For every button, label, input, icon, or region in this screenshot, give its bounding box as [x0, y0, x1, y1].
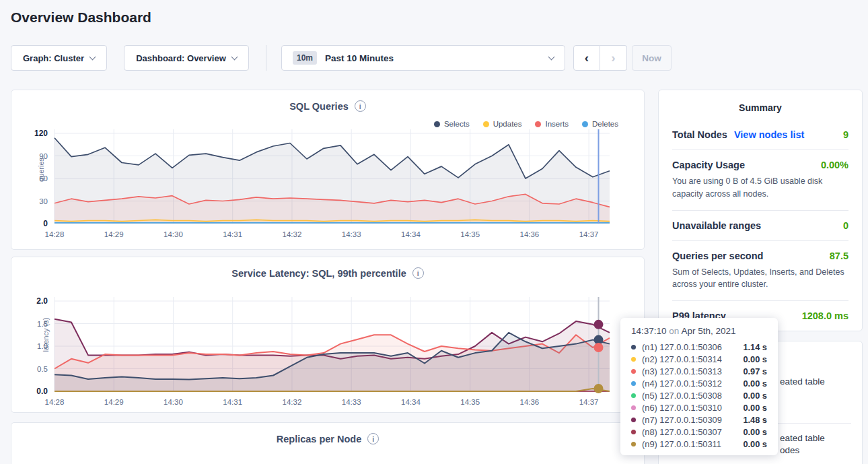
service-latency-chart[interactable]: 0.00.51.01.52.014:2814:2914:3014:3114:32… [11, 295, 645, 415]
time-range-label: Past 10 Minutes [325, 53, 541, 63]
legend-label: Inserts [545, 120, 569, 128]
svg-text:0.0: 0.0 [36, 387, 48, 396]
tooltip-row: (n6) 127.0.0.1:503100.00 s [631, 401, 767, 413]
svg-text:14:28: 14:28 [45, 230, 65, 238]
svg-text:0.5: 0.5 [37, 365, 48, 373]
view-nodes-list-link[interactable]: View nodes list [734, 129, 805, 140]
node-color-dot-icon [631, 357, 636, 362]
legend-label: Selects [444, 120, 470, 128]
tooltip-node-address: (n6) 127.0.0.1:50310 [642, 403, 722, 413]
svg-text:1.5: 1.5 [37, 320, 48, 328]
svg-text:14:32: 14:32 [283, 230, 302, 238]
overview-dashboard-page: Overview Dashboard Graph: Cluster Dashbo… [0, 0, 868, 464]
p99-latency-value: 1208.0 ms [802, 310, 848, 321]
svg-text:14:30: 14:30 [164, 230, 183, 238]
tooltip-row: (n4) 127.0.0.1:503120.00 s [631, 377, 767, 389]
summary-panel: Summary Total Nodes View nodes list 9 Ca… [658, 90, 863, 331]
capacity-usage-desc: You are using 0 B of 4.5 GiB usable disk… [672, 175, 848, 201]
summary-row-unavailable-ranges: Unavailable ranges 0 [672, 220, 848, 231]
svg-text:14:36: 14:36 [519, 230, 539, 238]
summary-row-capacity: Capacity Usage 0.00% [672, 160, 848, 170]
svg-text:14:28: 14:28 [45, 398, 65, 406]
tooltip-node-value: 0.00 s [743, 391, 767, 401]
divider [672, 150, 848, 150]
service-latency-card: Service Latency: SQL, 99th percentile i … [11, 257, 645, 413]
tooltip-date: Apr 5th, 2021 [681, 326, 735, 336]
tooltip-on-word: on [669, 326, 679, 336]
tooltip-node-address: (n7) 127.0.0.1:50309 [642, 415, 722, 425]
svg-text:14:32: 14:32 [283, 398, 302, 406]
tooltip-node-list: (n1) 127.0.0.1:503061.14 s(n2) 127.0.0.1… [631, 341, 767, 450]
tooltip-node-value: 0.97 s [743, 366, 767, 376]
event-text-fragment: eated table [780, 376, 825, 387]
chart-hover-tooltip: 14:37:10 on Apr 5th, 2021 (n1) 127.0.0.1… [620, 318, 778, 455]
info-icon[interactable]: i [367, 433, 379, 444]
tooltip-time: 14:37:10 [631, 326, 667, 336]
time-nav-group: ‹ › [573, 45, 627, 71]
svg-text:14:34: 14:34 [401, 398, 421, 406]
capacity-usage-label: Capacity Usage [672, 160, 745, 170]
divider [672, 300, 848, 301]
capacity-usage-value: 0.00% [821, 160, 848, 170]
node-color-dot-icon [631, 369, 636, 374]
tooltip-node-value: 1.14 s [743, 342, 767, 352]
graph-dropdown-label: Graph: Cluster [23, 53, 84, 63]
time-next-button[interactable]: › [600, 45, 627, 71]
node-color-dot-icon [631, 430, 636, 434]
tooltip-row: (n9) 127.0.0.1:503110.00 s [631, 438, 767, 450]
summary-row-total-nodes: Total Nodes View nodes list 9 [672, 129, 848, 140]
tooltip-node-value: 0.00 s [743, 439, 767, 449]
time-range-selector[interactable]: 10m Past 10 Minutes [281, 45, 565, 71]
svg-text:1.0: 1.0 [37, 342, 48, 350]
replicas-header: Replicas per Node i [11, 433, 644, 444]
total-nodes-label: Total Nodes [672, 129, 727, 140]
legend-item-updates[interactable]: Updates [483, 120, 522, 128]
tooltip-node-value: 0.00 s [743, 427, 767, 437]
legend-item-deletes[interactable]: Deletes [582, 120, 618, 128]
legend-dot-icon [483, 121, 489, 127]
svg-text:14:31: 14:31 [223, 398, 242, 406]
legend-label: Deletes [592, 120, 618, 128]
now-button[interactable]: Now [632, 45, 672, 71]
controls-bar: Graph: Cluster Dashboard: Overview 10m P… [0, 45, 868, 71]
svg-text:14:34: 14:34 [401, 230, 421, 238]
legend-item-selects[interactable]: Selects [434, 120, 470, 128]
tooltip-node-address: (n1) 127.0.0.1:50306 [642, 342, 722, 352]
svg-text:14:31: 14:31 [223, 230, 242, 238]
node-color-dot-icon [631, 405, 636, 410]
tooltip-node-value: 0.00 s [743, 403, 767, 413]
service-latency-header: Service Latency: SQL, 99th percentile i [11, 267, 644, 279]
node-color-dot-icon [631, 345, 636, 350]
dashboard-dropdown-label: Dashboard: Overview [136, 53, 226, 63]
unavailable-ranges-value: 0 [843, 220, 848, 231]
tooltip-row: (n5) 127.0.0.1:503080.00 s [631, 389, 767, 401]
unavailable-ranges-label: Unavailable ranges [672, 220, 761, 231]
svg-text:14:35: 14:35 [460, 230, 480, 238]
graph-dropdown[interactable]: Graph: Cluster [11, 45, 107, 71]
info-icon[interactable]: i [412, 267, 424, 279]
legend-dot-icon [535, 121, 541, 127]
tooltip-timestamp: 14:37:10 on Apr 5th, 2021 [631, 326, 767, 336]
service-latency-title: Service Latency: SQL, 99th percentile [231, 268, 406, 279]
sql-queries-chart[interactable]: 030609012014:2814:2914:3014:3114:3214:33… [11, 128, 645, 248]
tooltip-row: (n7) 127.0.0.1:503091.48 s [631, 413, 767, 426]
chevron-down-icon [548, 53, 555, 60]
tooltip-node-address: (n8) 127.0.0.1:50307 [642, 427, 722, 437]
node-color-dot-icon [631, 381, 636, 386]
tooltip-node-address: (n5) 127.0.0.1:50308 [642, 391, 722, 401]
svg-text:14:37: 14:37 [579, 230, 599, 238]
dashboard-dropdown[interactable]: Dashboard: Overview [124, 45, 249, 71]
info-icon[interactable]: i [355, 100, 366, 112]
qps-value: 87.5 [830, 251, 848, 261]
svg-text:60: 60 [39, 174, 48, 183]
legend-label: Updates [493, 120, 522, 128]
node-color-dot-icon [631, 442, 636, 446]
legend-item-inserts[interactable]: Inserts [535, 120, 569, 128]
tooltip-row: (n8) 127.0.0.1:503070.00 s [631, 426, 767, 438]
time-prev-button[interactable]: ‹ [573, 45, 600, 71]
sql-queries-legend: SelectsUpdatesInsertsDeletes [434, 120, 618, 128]
summary-title: Summary [672, 102, 848, 113]
svg-text:14:33: 14:33 [342, 230, 361, 238]
tooltip-node-address: (n9) 127.0.0.1:50311 [642, 439, 721, 449]
tooltip-node-address: (n4) 127.0.0.1:50312 [642, 378, 722, 389]
